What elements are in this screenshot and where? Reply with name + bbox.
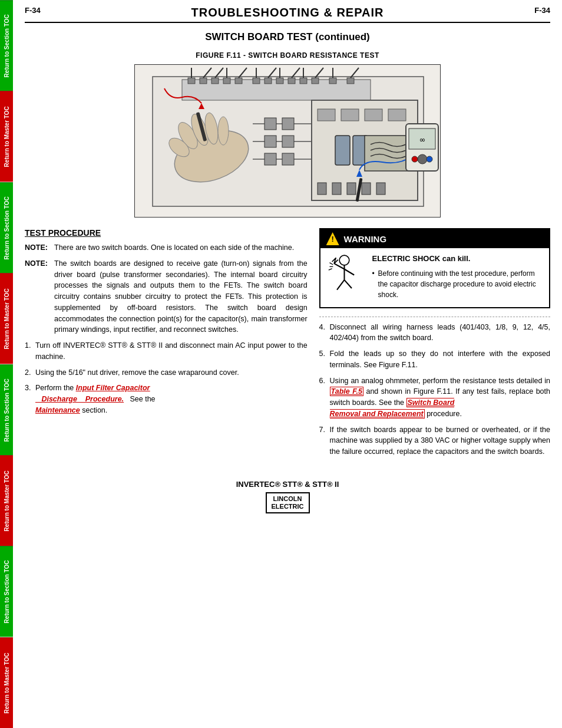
right-step-5-num: 5.: [319, 348, 330, 371]
two-column-layout: TEST PROCEDURE NOTE: There are two switc…: [25, 228, 550, 462]
step-2-num: 2.: [25, 367, 35, 378]
svg-point-57: [427, 156, 432, 162]
svg-rect-5: [211, 78, 219, 84]
svg-line-75: [329, 263, 333, 265]
svg-rect-61: [265, 118, 276, 130]
svg-rect-66: [282, 153, 294, 165]
side-tab-section-toc-1[interactable]: Return to Section TOC: [0, 0, 13, 91]
svg-rect-10: [276, 78, 283, 84]
side-tab-section-toc-2[interactable]: Return to Section TOC: [0, 182, 13, 273]
svg-rect-48: [362, 183, 371, 195]
step-3: 3. Perform the Input Filter Capacitor Di…: [25, 383, 308, 416]
right-step-6-text: Using an analog ohmmeter, perform the re…: [330, 375, 550, 420]
shock-title: ELECTRIC SHOCK can kill.: [372, 254, 471, 263]
side-tab-section-toc-4[interactable]: Return to Section TOC: [0, 546, 13, 637]
side-tab-master-toc-1[interactable]: Return to Master TOC: [0, 91, 13, 182]
footer-title: INVERTEC® STT® & STT® II: [25, 480, 550, 489]
svg-line-70: [344, 269, 354, 275]
figure-container: FIGURE F.11 - SWITCH BOARD RESISTANCE TE…: [25, 51, 550, 218]
left-column: TEST PROCEDURE NOTE: There are two switc…: [25, 228, 308, 462]
warning-box: ! WARNING: [319, 228, 550, 308]
svg-rect-62: [282, 118, 294, 130]
right-step-5-text: Fold the leads up so they do not interfe…: [330, 348, 550, 371]
right-step-4-text: Disconnect all wiring harness leads (401…: [330, 322, 550, 344]
svg-point-67: [339, 255, 349, 265]
svg-point-55: [418, 154, 427, 164]
svg-rect-41: [388, 109, 406, 121]
svg-rect-9: [265, 78, 272, 84]
note-2: NOTE: The switch boards are designed to …: [25, 258, 308, 335]
warning-bullet-1: Before continuing with the test procedur…: [372, 268, 544, 300]
svg-rect-11: [288, 78, 295, 84]
note-text-2: The switch boards are designed to receiv…: [54, 258, 308, 335]
svg-rect-40: [365, 109, 382, 121]
svg-rect-65: [265, 153, 276, 165]
link-maintenance[interactable]: Maintenance: [35, 406, 80, 414]
lincoln-logo: LINCOLN ELECTRIC: [266, 492, 310, 513]
step-2: 2. Using the 5/16" nut driver, remove th…: [25, 367, 308, 378]
svg-rect-38: [318, 109, 335, 121]
side-tabs: Return to Section TOC Return to Master T…: [0, 0, 13, 728]
warning-text: ELECTRIC SHOCK can kill. Before continui…: [372, 253, 544, 302]
svg-rect-49: [376, 183, 385, 195]
svg-line-74: [328, 269, 332, 271]
warning-bullets: Before continuing with the test procedur…: [372, 268, 544, 300]
shock-figure: [325, 253, 366, 302]
svg-rect-13: [312, 78, 319, 84]
right-step-4: 4. Disconnect all wiring harness leads (…: [319, 322, 550, 344]
step-1-text: Turn off INVERTEC® STT® & STT® II and di…: [35, 340, 308, 363]
step-1-num: 1.: [25, 340, 35, 363]
link-table-f5[interactable]: Table F.5: [330, 387, 363, 396]
svg-rect-63: [265, 136, 276, 147]
svg-rect-47: [347, 183, 356, 195]
procedure-steps: 1. Turn off INVERTEC® STT® & STT® II and…: [25, 340, 308, 416]
svg-rect-6: [223, 78, 230, 84]
figure-caption: FIGURE F.11 - SWITCH BOARD RESISTANCE TE…: [25, 51, 550, 60]
right-steps: 4. Disconnect all wiring harness leads (…: [319, 322, 550, 457]
step-3-text: Perform the Input Filter Capacitor Disch…: [35, 383, 308, 416]
page-header: F-34 TROUBLESHOOTING & REPAIR F-34: [25, 6, 550, 23]
main-content: F-34 TROUBLESHOOTING & REPAIR F-34 SWITC…: [13, 0, 562, 525]
svg-point-33: [218, 117, 229, 145]
svg-rect-7: [235, 78, 242, 84]
warning-header: ! WARNING: [320, 229, 549, 248]
logo-line2: ELECTRIC: [272, 503, 304, 510]
svg-rect-15: [347, 78, 354, 84]
svg-line-72: [344, 280, 352, 288]
page-number-right: F-34: [534, 6, 550, 15]
right-step-5: 5. Fold the leads up so they do not inte…: [319, 348, 550, 371]
svg-rect-4: [200, 78, 207, 84]
svg-rect-39: [341, 109, 359, 121]
note-1: NOTE: There are two switch boards. One i…: [25, 242, 308, 253]
svg-rect-14: [329, 78, 336, 84]
right-step-4-num: 4.: [319, 322, 330, 344]
svg-rect-64: [282, 136, 294, 147]
section-title: SWITCH BOARD TEST (continued): [25, 31, 550, 43]
figure-image: ∞: [134, 64, 441, 218]
svg-rect-45: [318, 183, 326, 195]
procedure-title: TEST PROCEDURE: [25, 228, 308, 238]
step-2-text: Using the 5/16" nut driver, remove the c…: [35, 367, 308, 378]
svg-rect-8: [253, 78, 260, 84]
dashed-separator: [319, 317, 550, 317]
svg-rect-42: [335, 136, 350, 165]
link-input-filter[interactable]: Input Filter Capacitor Discharge Procedu…: [35, 384, 150, 403]
right-step-7-num: 7.: [319, 424, 330, 457]
svg-rect-3: [188, 78, 195, 84]
link-switch-board-procedure[interactable]: Switch BoardRemoval and Replacement: [330, 398, 455, 419]
svg-line-71: [337, 280, 345, 290]
svg-text:∞: ∞: [420, 135, 425, 144]
side-tab-section-toc-3[interactable]: Return to Section TOC: [0, 364, 13, 455]
side-tab-master-toc-3[interactable]: Return to Master TOC: [0, 455, 13, 546]
warning-triangle-icon: !: [326, 232, 339, 245]
warning-body: ELECTRIC SHOCK can kill. Before continui…: [320, 248, 549, 307]
svg-point-56: [412, 156, 418, 162]
step-3-num: 3.: [25, 383, 35, 416]
note-text-1: There are two switch boards. One is loca…: [54, 242, 308, 253]
right-step-7-text: If the switch boards appear to be burned…: [330, 424, 550, 457]
right-step-6: 6. Using an analog ohmmeter, perform the…: [319, 375, 550, 420]
side-tab-master-toc-4[interactable]: Return to Master TOC: [0, 637, 13, 728]
side-tab-master-toc-2[interactable]: Return to Master TOC: [0, 273, 13, 364]
right-step-6-num: 6.: [319, 375, 330, 420]
right-column: ! WARNING: [319, 228, 550, 462]
